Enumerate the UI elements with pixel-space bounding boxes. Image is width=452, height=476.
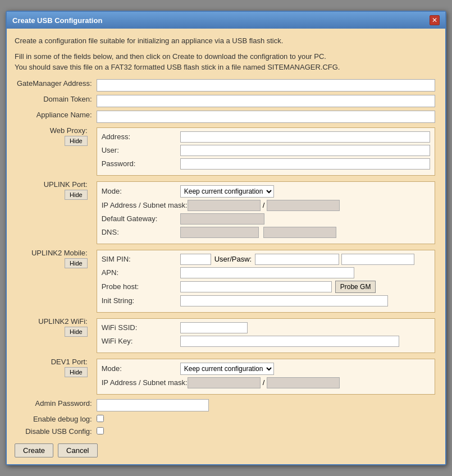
sim-pin-label: SIM PIN: <box>102 255 180 263</box>
dev1-ip-separator: / <box>261 378 267 387</box>
uplink-port-row: UPLINK Port: Hide Mode: Keep current con… <box>15 178 437 247</box>
uplink2-mobile-label: UPLINK2 Mobile: <box>31 249 88 257</box>
web-proxy-user-input[interactable] <box>180 145 430 156</box>
uplink-section: Mode: Keep current configuration Static … <box>97 181 435 244</box>
dialog-body: Create a configuration file suitable for… <box>7 29 445 464</box>
bottom-buttons: Create Cancel <box>15 443 437 457</box>
probe-gm-button[interactable]: Probe GM <box>335 281 376 293</box>
web-proxy-password-label: Password: <box>102 159 180 168</box>
domain-token-row: Domain Token: <box>15 93 437 109</box>
wifi-key-input[interactable] <box>180 336 399 347</box>
wifi-ssid-label: WiFi SSID: <box>102 323 180 332</box>
enable-debug-label: Enable debug log: <box>15 413 94 425</box>
wifi-ssid-input[interactable] <box>180 322 248 333</box>
appliance-name-row: Appliance Name: <box>15 109 437 125</box>
enable-debug-checkbox[interactable] <box>97 415 104 422</box>
intro-line1: Create a configuration file suitable for… <box>15 35 437 47</box>
uplink-dns-label: DNS: <box>102 228 180 236</box>
web-proxy-user-label: User: <box>102 146 180 154</box>
init-string-input[interactable] <box>180 295 388 306</box>
uplink2-wifi-label: UPLINK2 WiFi: <box>38 317 87 326</box>
web-proxy-address-input[interactable] <box>180 131 430 143</box>
web-proxy-hide-button[interactable]: Hide <box>65 136 88 146</box>
disable-usb-label: Disable USB Config: <box>15 425 94 438</box>
intro-lines23: Fill in some of the fields below, and th… <box>15 51 437 73</box>
probe-host-input[interactable] <box>180 281 332 292</box>
dev1-hide-button[interactable]: Hide <box>65 367 88 377</box>
enable-debug-row: Enable debug log: <box>15 413 437 425</box>
admin-password-label: Admin Password: <box>15 397 94 413</box>
wifi-key-label: WiFi Key: <box>102 337 180 345</box>
uplink-gateway-label: Default Gateway: <box>102 214 180 223</box>
uplink-hide-button[interactable]: Hide <box>65 190 88 200</box>
user-pasw-label: User/Pasw: <box>211 255 255 263</box>
dialog-titlebar: Create USB Configuration ✕ <box>7 12 445 29</box>
web-proxy-row: Web Proxy: Hide Address: User: <box>15 125 437 178</box>
uplink2-mobile-section: SIM PIN: User/Pasw: APN: <box>97 250 435 313</box>
dev1-subnet-input[interactable] <box>267 377 340 388</box>
uplink-mode-label: Mode: <box>102 187 180 195</box>
user-pasw-input1[interactable] <box>255 254 339 265</box>
sim-pin-input[interactable] <box>180 254 211 265</box>
web-proxy-section: Address: User: Password: <box>97 127 435 176</box>
uplink2-mobile-hide-button[interactable]: Hide <box>65 258 88 268</box>
uplink-ip-label: IP Address / Subnet mask: <box>102 201 188 209</box>
web-proxy-address-label: Address: <box>102 132 180 141</box>
dev1-ip-input[interactable] <box>188 377 261 388</box>
cancel-button[interactable]: Cancel <box>58 443 97 457</box>
user-pasw-input2[interactable] <box>341 254 414 265</box>
uplink-mode-select[interactable]: Keep current configuration Static DHCP <box>180 185 274 198</box>
gatemanager-label: GateManager Address: <box>15 77 94 93</box>
dev1-mode-label: Mode: <box>102 364 180 373</box>
uplink2-wifi-hide-button[interactable]: Hide <box>65 327 88 337</box>
intro-line2: Fill in some of the fields below, and th… <box>15 52 326 61</box>
domain-token-input[interactable] <box>97 95 435 107</box>
apn-label: APN: <box>102 268 180 277</box>
uplink-gateway-input[interactable] <box>180 213 264 225</box>
uplink-dns2-input[interactable] <box>263 227 336 238</box>
main-form: GateManager Address: Domain Token: Appli… <box>15 77 437 438</box>
intro-line3: You should save this file on a FAT32 for… <box>15 63 340 71</box>
domain-token-label: Domain Token: <box>15 93 94 109</box>
dev1-ip-label: IP Address / Subnet mask: <box>102 378 188 387</box>
admin-password-row: Admin Password: <box>15 397 437 413</box>
gatemanager-row: GateManager Address: <box>15 77 437 93</box>
init-string-label: Init String: <box>102 296 180 305</box>
disable-usb-row: Disable USB Config: <box>15 425 437 438</box>
create-button[interactable]: Create <box>15 443 53 457</box>
uplink-subnet-input[interactable] <box>267 200 340 211</box>
uplink2-mobile-row: UPLINK2 Mobile: Hide SIM PIN: User/Pasw: <box>15 247 437 315</box>
apn-input[interactable] <box>180 267 354 278</box>
uplink-ip-separator: / <box>261 201 267 209</box>
uplink2-wifi-row: UPLINK2 WiFi: Hide WiFi SSID: WiFi Key: <box>15 315 437 356</box>
gatemanager-input[interactable] <box>97 79 435 91</box>
dev1-port-row: DEV1 Port: Hide Mode: Keep current confi… <box>15 356 437 397</box>
close-button[interactable]: ✕ <box>430 15 440 25</box>
uplink2-wifi-section: WiFi SSID: WiFi Key: <box>97 318 435 353</box>
uplink-port-label: UPLINK Port: <box>44 180 88 189</box>
create-usb-dialog: Create USB Configuration ✕ Create a conf… <box>6 11 446 465</box>
appliance-name-input[interactable] <box>97 111 435 123</box>
probe-host-label: Probe host: <box>102 282 180 291</box>
appliance-name-label: Appliance Name: <box>15 109 94 125</box>
admin-password-input[interactable] <box>97 399 209 411</box>
dev1-port-label: DEV1 Port: <box>51 358 88 366</box>
uplink-dns1-input[interactable] <box>180 227 259 238</box>
dialog-title: Create USB Configuration <box>12 16 102 25</box>
web-proxy-password-input[interactable] <box>180 158 430 170</box>
uplink-ip-input[interactable] <box>188 200 261 211</box>
disable-usb-checkbox[interactable] <box>97 427 104 434</box>
dev1-section: Mode: Keep current configuration Static … <box>97 359 435 395</box>
dev1-mode-select[interactable]: Keep current configuration Static DHCP <box>180 363 274 375</box>
web-proxy-label: Web Proxy: <box>50 126 88 135</box>
